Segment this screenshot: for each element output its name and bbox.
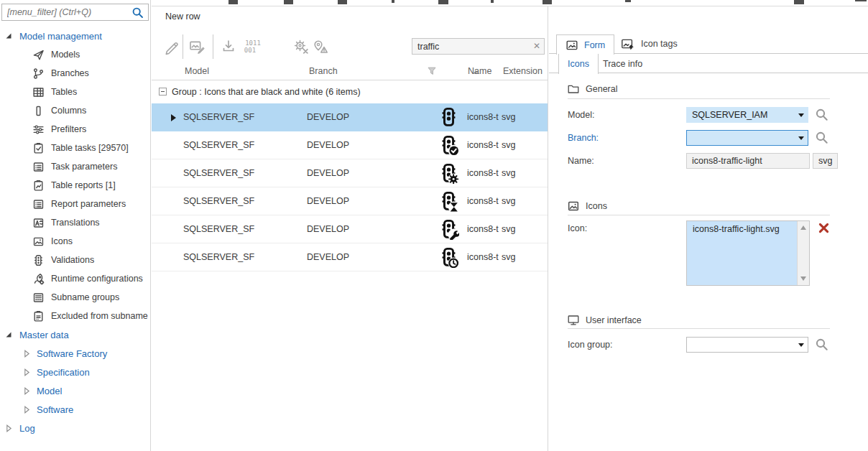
binary-data-icon[interactable] <box>244 38 261 55</box>
sidebar-item-specification[interactable]: Specification <box>0 363 150 381</box>
tables-icon <box>32 86 45 98</box>
search-icon[interactable] <box>131 6 144 19</box>
grid-search-input[interactable] <box>412 39 544 54</box>
field-label[interactable]: Branch: <box>568 130 599 146</box>
icon-listbox[interactable]: icons8-traffic-light.svg <box>686 220 810 286</box>
sidebar-item-validations[interactable]: Validations <box>0 251 150 269</box>
sidebar-item-icons[interactable]: Icons <box>0 232 150 251</box>
sidebar-item-report-parameters[interactable]: Report parameters <box>0 195 150 213</box>
collapsed-triangle-icon[interactable] <box>23 387 30 395</box>
dropdown-arrow-icon[interactable] <box>795 108 808 122</box>
tree-node-master-data[interactable]: Master data <box>0 325 150 344</box>
sidebar-item-columns[interactable]: Columns <box>0 101 150 120</box>
scroll-down-icon[interactable] <box>800 276 806 281</box>
clear-search-icon[interactable]: ✕ <box>533 41 540 51</box>
sidebar-item-tables[interactable]: Tables <box>0 83 150 101</box>
lookup-icon[interactable] <box>815 338 829 352</box>
collapsed-triangle-icon[interactable] <box>23 368 30 376</box>
expanded-triangle-icon[interactable] <box>5 32 12 39</box>
tree-node-model-management[interactable]: Model management <box>0 27 150 45</box>
location-alert-icon[interactable] <box>311 38 328 55</box>
dropdown-arrow-icon[interactable] <box>795 338 808 352</box>
group-row[interactable]: Group : Icons that are black and white (… <box>152 80 548 103</box>
sidebar-item-software-factory[interactable]: Software Factory <box>0 344 150 363</box>
icon-group-combobox[interactable] <box>686 337 808 353</box>
tree-node-label: Master data <box>19 330 69 340</box>
sidebar-item-runtime-configurations[interactable]: Runtime configurations <box>0 269 150 288</box>
image-icon <box>565 39 578 52</box>
table-tasks-icon <box>32 142 45 154</box>
tab-icons[interactable]: Icons <box>558 54 599 74</box>
field-branch: Branch: <box>549 130 868 146</box>
models-icon <box>32 49 45 61</box>
column-header-name[interactable]: Name <box>468 62 479 80</box>
toolbar-separator <box>183 34 183 59</box>
collapsed-triangle-icon[interactable] <box>5 424 12 432</box>
delete-icon[interactable] <box>818 223 829 233</box>
cropped-icon-mark <box>794 0 804 4</box>
image-edit-icon[interactable] <box>188 38 206 55</box>
sidebar-item-translations[interactable]: Translations <box>0 213 150 232</box>
section-title: User interface <box>586 315 642 325</box>
gear-cancel-icon[interactable] <box>292 38 310 55</box>
sidebar-item-models[interactable]: Models <box>0 45 150 64</box>
import-icon[interactable] <box>220 38 237 55</box>
cell-model: SQLSERVER_SF <box>183 159 254 187</box>
cropped-icon-mark <box>625 0 631 2</box>
collapse-group-icon[interactable] <box>159 88 167 96</box>
model-combobox[interactable]: SQLSERVER_IAM <box>686 107 808 123</box>
sidebar-item-excluded-from-subname[interactable]: Excluded from subname <box>0 307 150 325</box>
column-header-branch[interactable]: Branch <box>309 62 338 80</box>
collapsed-triangle-icon[interactable] <box>23 350 30 358</box>
validations-icon <box>32 254 45 266</box>
collapsed-triangle-icon[interactable] <box>23 406 30 414</box>
table-row[interactable]: SQLSERVER_SF DEVELOP icons8-t svg <box>152 131 548 159</box>
table-row[interactable]: SQLSERVER_SF DEVELOP icons8-t svg <box>152 243 548 271</box>
sidebar-item-label: Table tasks [29570] <box>51 143 129 153</box>
sidebar-item-branches[interactable]: Branches <box>0 64 150 83</box>
column-header-extension[interactable]: Extension <box>503 62 542 80</box>
scrollbar[interactable] <box>797 221 809 285</box>
branch-combobox[interactable] <box>686 130 808 146</box>
lookup-icon[interactable] <box>815 131 829 145</box>
sidebar-item-software[interactable]: Software <box>0 400 150 419</box>
tree-node-label: Log <box>19 423 35 434</box>
monitor-icon <box>567 314 580 327</box>
table-row[interactable]: SQLSERVER_SF DEVELOP icons8-t svg <box>152 215 548 243</box>
cell-extension: svg <box>502 159 515 187</box>
table-row[interactable]: SQLSERVER_SF DEVELOP icons8-t svg <box>152 103 548 131</box>
grid-search-box[interactable]: ✕ <box>412 38 545 55</box>
tab-trace-info[interactable]: Trace info <box>594 54 651 73</box>
cell-extension: svg <box>502 131 515 159</box>
lookup-icon[interactable] <box>815 108 829 122</box>
tree-node-log[interactable]: Log <box>0 419 150 437</box>
tab-form[interactable]: Form <box>556 34 614 55</box>
field-label: Icon group: <box>568 337 613 353</box>
menu-filter-box[interactable] <box>1 4 149 21</box>
sidebar-item-label: Model <box>37 386 62 396</box>
cell-name: icons8-t <box>467 159 499 187</box>
cell-name: icons8-t <box>467 131 499 159</box>
tab-icon-tags[interactable]: Icon tags <box>612 34 686 53</box>
sidebar-item-table-tasks[interactable]: Table tasks [29570] <box>0 139 150 157</box>
filter-icon[interactable] <box>428 67 436 75</box>
table-row[interactable]: SQLSERVER_SF DEVELOP icons8-t svg <box>152 187 548 215</box>
section-divider <box>568 215 830 215</box>
sidebar-item-model[interactable]: Model <box>0 381 150 400</box>
panel-subtab-bar: Icons Trace info <box>549 54 868 73</box>
menu-filter-input[interactable] <box>2 4 148 20</box>
grid-column-headers: Model Branch Name Extension <box>152 62 548 80</box>
expanded-triangle-icon[interactable] <box>5 331 12 338</box>
column-header-model[interactable]: Model <box>185 62 209 80</box>
dropdown-arrow-icon[interactable] <box>795 131 808 145</box>
scroll-up-icon[interactable] <box>800 226 806 230</box>
sidebar-item-label: Software <box>37 404 73 415</box>
sidebar-item-table-reports[interactable]: Table reports [1] <box>0 176 150 195</box>
excluded-from-subname-icon <box>32 310 45 322</box>
table-row[interactable]: SQLSERVER_SF DEVELOP icons8-t svg <box>152 159 548 187</box>
sidebar-item-prefilters[interactable]: Prefilters <box>0 120 150 139</box>
sidebar-item-subname-groups[interactable]: Subname groups <box>0 288 150 307</box>
sidebar-item-task-parameters[interactable]: Task parameters <box>0 157 150 176</box>
edit-icon[interactable] <box>163 38 180 55</box>
field-label: Icon: <box>568 220 587 236</box>
